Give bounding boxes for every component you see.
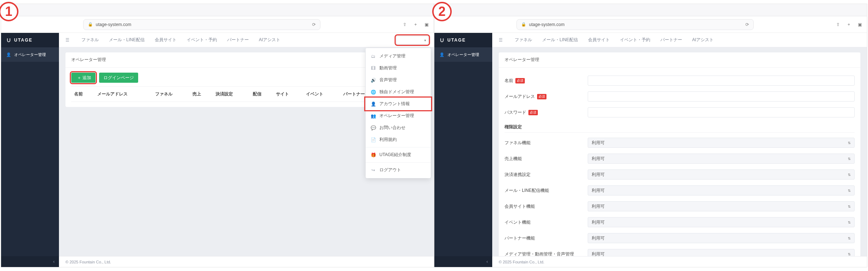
chevron-updown-icon: ⇅ [848, 141, 851, 145]
perm-select[interactable]: 利用可⇅ [588, 249, 855, 256]
user-icon: 👤 [6, 52, 11, 57]
topnav-item[interactable]: イベント・予約 [620, 37, 650, 43]
perm-label: メディア管理・動画管理・音声管理 [505, 251, 588, 257]
login-page-button[interactable]: ログインページ [99, 73, 138, 83]
add-button[interactable]: ＋ 追加 [71, 73, 95, 83]
required-badge: 必須 [537, 94, 546, 99]
menu-item[interactable]: 🗂メディア管理 [366, 50, 431, 62]
topnav-item[interactable]: ファネル [515, 37, 532, 43]
perm-select[interactable]: 利用可⇅ [588, 185, 855, 195]
hamburger-icon[interactable]: ☰ [65, 38, 71, 43]
perm-select-value: 利用可 [592, 172, 605, 178]
gift-icon: 🎁 [371, 152, 376, 158]
topnav-item[interactable]: パートナー [227, 37, 249, 43]
menu-item[interactable]: 🌐独自ドメイン管理 [366, 86, 431, 98]
sidebar-item-label: オペレーター管理 [14, 52, 46, 57]
perm-label: ファネル機能 [505, 140, 588, 146]
footer: © 2025 Fountain Co., Ltd. [59, 256, 434, 267]
perm-select-value: 利用可 [592, 140, 605, 146]
perm-select[interactable]: 利用可⇅ [588, 217, 855, 227]
newtab-icon[interactable]: + [413, 22, 418, 27]
brand[interactable]: UTAGE [434, 33, 492, 47]
card-title: オペレーター管理 [499, 52, 860, 68]
th[interactable]: ファネル [152, 87, 190, 102]
browser-tabstrip: ▣ [1, 4, 434, 16]
topnav-item[interactable]: メール・LINE配信 [542, 37, 578, 43]
label-email: メールアドレス 必須 [505, 94, 588, 100]
browser-urlbar-row: 🔒 utage-system.com ⟳ ⇪ + ▣ [434, 16, 867, 33]
account-dropdown-trigger[interactable]: ▾ [396, 36, 429, 44]
th[interactable]: メールアドレス [94, 87, 152, 102]
password-field[interactable] [588, 107, 855, 117]
th[interactable]: サイト [273, 87, 303, 102]
perm-label: パートナー機能 [505, 235, 588, 241]
topnav-item[interactable]: ファネル [81, 37, 99, 43]
th[interactable]: 決済設定 [213, 87, 250, 102]
menu-item[interactable]: 👥オペレーター管理 [366, 110, 431, 122]
share-icon[interactable]: ⇪ [402, 22, 408, 27]
topnav-item[interactable]: AIアシスト [259, 37, 280, 43]
browser-urlbar[interactable]: 🔒 utage-system.com ⟳ [83, 19, 320, 30]
browser-urlbar[interactable]: 🔒 utage-system.com ⟳ [516, 19, 754, 30]
hamburger-icon[interactable]: ☰ [499, 38, 505, 43]
th[interactable]: イベント [303, 87, 340, 102]
menu-item-label: 動画管理 [379, 65, 397, 71]
sidebar-collapse[interactable]: ‹ [1, 256, 59, 267]
sidebar-collapse[interactable]: ‹ [434, 256, 492, 267]
perm-select[interactable]: 利用可⇅ [588, 201, 855, 211]
sidebar-item-label: オペレーター管理 [447, 52, 479, 57]
window-1: 1 ▣ 🔒 utage-system.com ⟳ ⇪ + ▣ UTAGE [1, 4, 434, 267]
menu-item-label: 独自ドメイン管理 [379, 89, 414, 95]
doc-icon: 📄 [371, 137, 376, 142]
name-field[interactable] [588, 76, 855, 86]
tabs-icon[interactable]: ▣ [857, 22, 863, 27]
sidebar: UTAGE 👤 オペレーター管理 ‹ [1, 33, 59, 267]
menu-item[interactable]: 🎁UTAGE紹介制度 [366, 149, 431, 161]
menu-item[interactable]: 🔊音声管理 [366, 74, 431, 86]
folder-icon: 🗂 [371, 54, 376, 59]
menu-item-label: オペレーター管理 [379, 113, 414, 119]
topnav-item[interactable]: パートナー [660, 37, 682, 43]
brand[interactable]: UTAGE [1, 33, 59, 47]
topnav-item[interactable]: イベント・予約 [187, 37, 217, 43]
perm-label: メール・LINE配信機能 [505, 188, 588, 194]
chevron-updown-icon: ⇅ [848, 236, 851, 240]
menu-item[interactable]: ↪ログアウト [366, 164, 431, 176]
menu-item[interactable]: 👤アカウント情報 [366, 98, 431, 110]
sidebar-item-operator[interactable]: 👤 オペレーター管理 [434, 47, 492, 62]
topnav-item[interactable]: 会員サイト [588, 37, 610, 43]
perm-select[interactable]: 利用可⇅ [588, 169, 855, 180]
chevron-updown-icon: ⇅ [848, 205, 851, 208]
perm-select[interactable]: 利用可⇅ [588, 233, 855, 243]
sidebar-item-operator[interactable]: 👤 オペレーター管理 [1, 47, 59, 62]
menu-item[interactable]: 📄利用規約 [366, 134, 431, 146]
topnav-item[interactable]: メール・LINE配信 [109, 37, 145, 43]
th[interactable]: 売上 [190, 87, 213, 102]
email-field[interactable] [588, 91, 855, 102]
tabs-icon[interactable]: ▣ [424, 22, 429, 27]
perm-select[interactable]: 利用可⇅ [588, 154, 855, 164]
perm-select[interactable]: 利用可⇅ [588, 138, 855, 148]
reload-icon[interactable]: ⟳ [312, 22, 316, 27]
lock-icon: 🔒 [521, 22, 526, 27]
topnav: ☰ ファネル メール・LINE配信 会員サイト イベント・予約 パートナー AI… [59, 33, 434, 47]
reload-icon[interactable]: ⟳ [745, 22, 749, 27]
topnav-item[interactable]: 会員サイト [155, 37, 176, 43]
perm-select-value: 利用可 [592, 188, 605, 194]
menu-item[interactable]: 🎞動画管理 [366, 62, 431, 74]
audio-icon: 🔊 [371, 78, 376, 83]
label-password: パスワード 必須 [505, 109, 588, 116]
topnav-item[interactable]: AIアシスト [692, 37, 714, 43]
th[interactable]: 配信 [250, 87, 273, 102]
globe-icon: 🌐 [371, 90, 376, 95]
newtab-icon[interactable]: + [846, 22, 852, 27]
perm-select-value: 利用可 [592, 251, 605, 257]
share-icon[interactable]: ⇪ [835, 22, 841, 27]
footer: © 2025 Fountain Co., Ltd. [492, 256, 867, 267]
th[interactable]: 名前 [71, 87, 94, 102]
user-icon: 👤 [439, 52, 444, 57]
chat-icon: 💬 [371, 125, 376, 130]
label-name: 名前 必須 [505, 78, 588, 84]
menu-item[interactable]: 💬お問い合わせ [366, 122, 431, 134]
menu-item-label: お問い合わせ [379, 125, 405, 131]
